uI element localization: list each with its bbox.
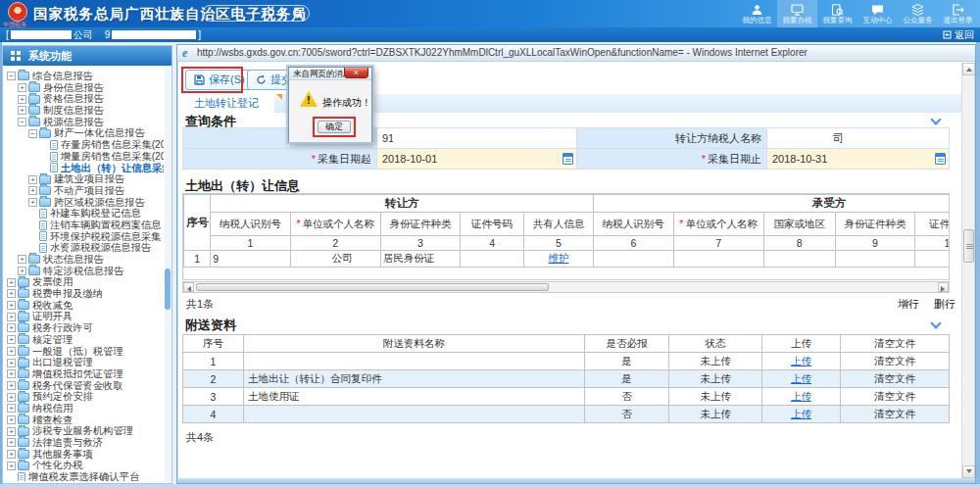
tree-item-5[interactable]: −税源信息报告 <box>7 117 164 128</box>
tree-item-7[interactable]: 存量房销售信息采集(2016) <box>7 139 164 151</box>
field1-value[interactable]: 91 <box>377 128 577 149</box>
expand-icon[interactable]: + <box>28 186 37 195</box>
save-button[interactable]: 保存(S) <box>185 70 254 90</box>
tree-item-17[interactable]: +状态信息报告 <box>7 254 164 266</box>
tree-item-23[interactable]: +税务行政许可 <box>7 322 164 334</box>
return-button[interactable]: 返回 <box>943 27 974 42</box>
expand-icon[interactable]: + <box>7 450 16 459</box>
expand-icon[interactable]: + <box>7 404 16 413</box>
tree-item-9[interactable]: 土地出（转）让信息采集 <box>7 163 164 174</box>
dialog-ok-button[interactable]: 确定 <box>318 121 351 133</box>
scroll-down-arrow-icon[interactable] <box>962 465 975 478</box>
collapse-icon[interactable]: − <box>7 72 16 80</box>
vertical-scrollbar-thumb[interactable] <box>963 229 974 263</box>
tree-item-27[interactable]: +增值税抵扣凭证管理 <box>7 368 164 380</box>
tree-item-11[interactable]: +不动产项目报告 <box>7 185 164 197</box>
nav-item-6[interactable]: 退出登录 <box>938 0 978 27</box>
upload-link[interactable]: 上传 <box>791 372 811 384</box>
tree-item-10[interactable]: +建筑业项目报告 <box>7 173 164 185</box>
dialog-titlebar[interactable]: 来自网页的消息 × <box>289 68 371 80</box>
tree-item-19[interactable]: +发票使用 <box>7 276 164 288</box>
calendar-icon[interactable] <box>935 153 946 165</box>
expand-icon[interactable]: + <box>28 175 37 184</box>
add-row-button[interactable]: 增行 <box>898 298 919 310</box>
tree-item-35[interactable]: +个性化办税 <box>7 460 164 471</box>
maintain-link[interactable]: 维护 <box>549 252 569 264</box>
expand-icon[interactable]: + <box>7 369 16 378</box>
nav-item-3[interactable]: 我要查询 <box>817 0 858 27</box>
tree-item-8[interactable]: 增量房销售信息采集(2016) <box>7 151 164 163</box>
tree-item-30[interactable]: +纳税信用 <box>7 403 164 415</box>
collapse-icon[interactable]: − <box>28 129 37 138</box>
expand-icon[interactable]: + <box>7 393 16 402</box>
tree-item-29[interactable]: +预约定价安排 <box>7 391 164 403</box>
tree-item-28[interactable]: +税务代保管资金收取 <box>7 380 164 392</box>
tree-item-33[interactable]: +法律追责与救济 <box>7 437 164 449</box>
tree-item-34[interactable]: +其他服务事项 <box>7 449 164 461</box>
field2-value[interactable]: 司 <box>767 128 950 149</box>
tree-item-26[interactable]: +出口退税管理 <box>7 357 164 368</box>
expand-icon[interactable]: + <box>7 301 16 310</box>
expand-icon[interactable]: + <box>7 278 16 287</box>
tree-item-13[interactable]: 补建车购税登记信息 <box>7 208 164 220</box>
scroll-left-arrow-icon[interactable] <box>183 282 194 292</box>
expand-icon[interactable]: + <box>7 359 16 367</box>
clear-file-button[interactable]: 清空文件 <box>841 388 950 406</box>
tree-item-36[interactable]: 增值税发票选择确认平台 <box>7 471 164 481</box>
expand-icon[interactable]: + <box>18 83 26 92</box>
clear-file-button[interactable]: 清空文件 <box>841 406 950 423</box>
expand-icon[interactable]: + <box>7 427 16 436</box>
expand-icon[interactable]: + <box>18 106 26 115</box>
nav-item-2[interactable]: 我要办税 <box>777 0 817 27</box>
land-horizontal-scrollbar[interactable] <box>182 281 950 293</box>
expand-icon[interactable]: + <box>7 381 16 390</box>
upload-link[interactable]: 上传 <box>791 408 811 419</box>
expand-icon[interactable]: + <box>18 267 26 275</box>
tree-item-16[interactable]: 水资源税税源信息报告 <box>7 242 164 254</box>
upload-link[interactable]: 上传 <box>791 390 811 402</box>
expand-icon[interactable]: + <box>18 255 26 264</box>
tab-land-transfer[interactable]: 土地转让登记 <box>178 94 274 113</box>
tree-item-6[interactable]: −财产一体化信息报告 <box>7 127 164 139</box>
land-cell[interactable]: 维护 <box>523 251 593 268</box>
attachments-collapse-chevron-icon[interactable] <box>932 318 940 326</box>
query-collapse-chevron-icon[interactable] <box>932 115 940 122</box>
tree-item-32[interactable]: +涉税专业服务机构管理 <box>7 425 164 437</box>
banner-search-input[interactable] <box>202 5 310 22</box>
date-to-input[interactable]: 2018-10-31 <box>767 149 950 170</box>
delete-row-button[interactable]: 删行 <box>934 298 956 310</box>
clear-file-button[interactable]: 清空文件 <box>841 370 950 388</box>
expand-icon[interactable]: + <box>7 289 16 298</box>
upload-link[interactable]: 上传 <box>791 355 811 366</box>
expand-icon[interactable]: + <box>7 335 16 344</box>
expand-icon[interactable]: + <box>7 347 16 356</box>
nav-item-5[interactable]: 公众服务 <box>898 0 938 27</box>
scroll-right-arrow-icon[interactable] <box>938 282 949 292</box>
tree-item-1[interactable]: −综合信息报告 <box>7 71 164 82</box>
tree-item-25[interactable]: +一般退（抵）税管理 <box>7 346 164 358</box>
date-from-input[interactable]: 2018-10-01 <box>377 149 577 170</box>
expand-icon[interactable]: + <box>7 462 16 470</box>
tree-item-20[interactable]: +税费申报及缴纳 <box>7 288 164 300</box>
sidebar-scrollbar[interactable] <box>165 68 171 481</box>
tree-item-12[interactable]: +跨区域税源信息报告 <box>7 197 164 209</box>
expand-icon[interactable]: + <box>28 198 37 207</box>
tree-item-21[interactable]: +税收减免 <box>7 300 164 312</box>
scroll-up-arrow-icon[interactable] <box>962 63 975 75</box>
expand-icon[interactable]: + <box>7 323 16 332</box>
tree-item-18[interactable]: +特定涉税信息报告 <box>7 266 164 277</box>
tree-item-4[interactable]: +制度信息报告 <box>7 105 164 117</box>
sidebar-scrollbar-thumb[interactable] <box>165 268 171 310</box>
collapse-icon[interactable]: − <box>18 118 26 126</box>
tree-item-2[interactable]: +身份信息报告 <box>7 82 164 94</box>
tree-item-3[interactable]: +资格信息报告 <box>7 93 164 105</box>
expand-icon[interactable]: + <box>7 313 16 321</box>
clear-file-button[interactable]: 清空文件 <box>841 353 950 370</box>
nav-item-1[interactable]: 我的信息 <box>737 0 777 27</box>
dialog-close-button[interactable]: × <box>344 68 368 78</box>
expand-icon[interactable]: + <box>7 438 16 447</box>
expand-icon[interactable]: + <box>7 415 16 424</box>
tree-item-14[interactable]: 注销车辆购置税档案信息 <box>7 220 164 231</box>
tree-item-24[interactable]: +核定管理 <box>7 334 164 346</box>
tree-item-22[interactable]: +证明开具 <box>7 311 164 322</box>
